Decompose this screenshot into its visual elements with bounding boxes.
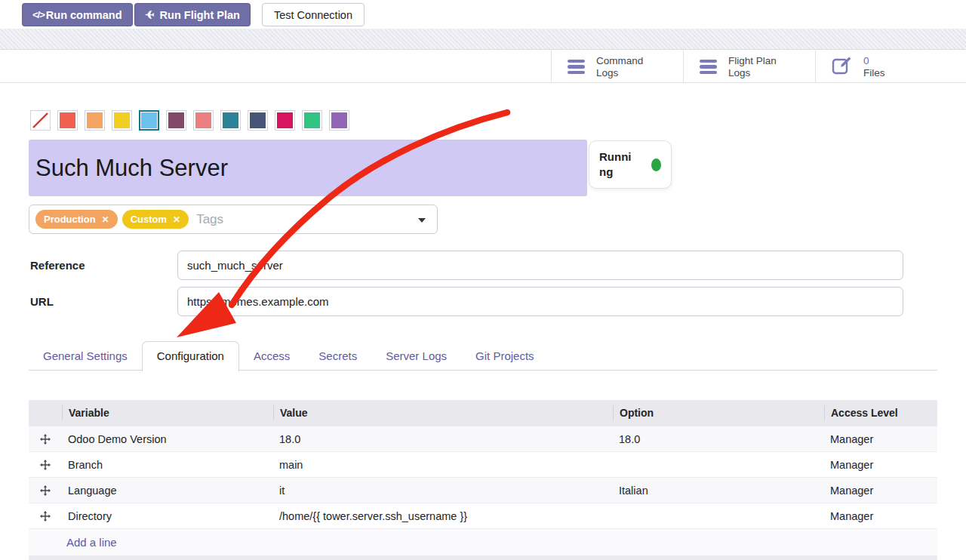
plane-icon: ✈ xyxy=(145,8,155,22)
next-row-strip xyxy=(29,555,937,560)
color-swatch[interactable] xyxy=(57,110,78,131)
color-swatch[interactable] xyxy=(166,110,186,131)
remove-tag-icon[interactable]: ✕ xyxy=(102,214,109,225)
stat-label-line1: Command xyxy=(596,55,643,67)
texture-divider xyxy=(0,29,966,50)
cell-variable[interactable]: Language xyxy=(62,485,273,497)
tab-secrets[interactable]: Secrets xyxy=(304,341,371,371)
run-command-label: Run command xyxy=(46,9,122,21)
files-stat-button[interactable]: 0 Files xyxy=(816,51,966,83)
table-header: Variable Value Option Access Level xyxy=(29,400,937,426)
tag-label: Production xyxy=(44,214,96,225)
reference-label: Reference xyxy=(30,251,85,280)
table-row[interactable]: Odoo Demo Version 18.0 18.0 Manager xyxy=(29,426,937,451)
handle-column-header xyxy=(29,405,62,420)
cell-access-level[interactable]: Manager xyxy=(824,485,937,497)
tab-server-logs[interactable]: Server Logs xyxy=(371,341,461,371)
cell-access-level[interactable]: Manager xyxy=(824,433,937,445)
color-swatch[interactable] xyxy=(193,110,214,131)
drag-handle-icon[interactable] xyxy=(29,511,62,522)
code-icon: </> xyxy=(32,9,45,20)
color-swatch-none[interactable] xyxy=(30,110,51,131)
tag-production[interactable]: Production ✕ xyxy=(35,210,118,229)
color-swatch[interactable] xyxy=(248,110,268,131)
cell-variable[interactable]: Branch xyxy=(62,459,273,471)
tab-configuration[interactable]: Configuration xyxy=(142,341,239,371)
column-header-option[interactable]: Option xyxy=(613,405,824,420)
table-row[interactable]: Branch main Manager xyxy=(29,451,937,477)
cell-value[interactable]: /home/{{ tower.server.ssh_username }} xyxy=(273,510,613,522)
cell-variable[interactable]: Directory xyxy=(62,510,273,522)
tab-general-settings[interactable]: General Settings xyxy=(29,341,142,371)
stat-label-line1: Flight Plan xyxy=(728,55,777,67)
notebook-tabs: General Settings Configuration Access Se… xyxy=(29,341,937,371)
cell-access-level[interactable]: Manager xyxy=(824,459,937,471)
server-form-page: </> Run command ✈ Run Flight Plan Test C… xyxy=(0,0,966,560)
drag-handle-icon[interactable] xyxy=(29,460,62,470)
files-label: Files xyxy=(863,67,885,79)
url-input[interactable]: https://memes.example.com xyxy=(177,287,903,316)
tag-label: Custom xyxy=(131,214,167,225)
stat-label-line2: Logs xyxy=(596,67,643,79)
color-swatch-selected[interactable] xyxy=(139,110,159,131)
server-name-text: Such Much Server xyxy=(35,155,228,182)
server-name-field[interactable]: Such Much Server xyxy=(29,140,587,196)
color-swatch[interactable] xyxy=(329,110,349,131)
color-swatch[interactable] xyxy=(112,110,132,131)
drag-handle-icon[interactable] xyxy=(29,434,62,445)
cell-value[interactable]: it xyxy=(273,485,613,497)
run-command-button[interactable]: </> Run command xyxy=(22,3,133,26)
run-flight-plan-label: Run Flight Plan xyxy=(160,9,240,21)
list-icon xyxy=(700,60,717,75)
status-dot-icon xyxy=(651,158,661,171)
table-footer: Add a line xyxy=(29,528,937,555)
tags-field[interactable]: Production ✕ Custom ✕ Tags xyxy=(29,205,438,234)
url-label: URL xyxy=(30,287,54,316)
column-header-value[interactable]: Value xyxy=(273,405,613,420)
test-connection-button[interactable]: Test Connection xyxy=(262,3,365,26)
column-header-access-level[interactable]: Access Level xyxy=(824,405,937,420)
add-a-line-link[interactable]: Add a line xyxy=(66,536,117,549)
list-icon xyxy=(568,60,585,75)
tags-placeholder: Tags xyxy=(196,212,223,227)
sheet-header: Command Logs Flight Plan Logs xyxy=(0,51,966,83)
color-swatch[interactable] xyxy=(85,110,105,131)
tag-custom[interactable]: Custom ✕ xyxy=(122,210,189,229)
cell-variable[interactable]: Odoo Demo Version xyxy=(62,433,273,445)
cell-option[interactable]: 18.0 xyxy=(613,433,824,445)
drag-handle-icon[interactable] xyxy=(29,485,62,496)
command-logs-stat-button[interactable]: Command Logs xyxy=(552,51,684,83)
color-swatch[interactable] xyxy=(302,110,322,131)
stat-label-line2: Logs xyxy=(728,67,777,79)
server-status-widget[interactable]: Running xyxy=(589,140,672,189)
tab-git-projects[interactable]: Git Projects xyxy=(461,341,549,371)
color-picker xyxy=(30,110,349,131)
reference-input[interactable]: such_much_server xyxy=(177,251,903,280)
column-header-variable[interactable]: Variable xyxy=(62,405,273,420)
cell-value[interactable]: main xyxy=(273,459,613,471)
status-label: Running xyxy=(599,149,635,180)
color-swatch[interactable] xyxy=(275,110,295,131)
run-flight-plan-button[interactable]: ✈ Run Flight Plan xyxy=(134,3,251,26)
flight-plan-logs-stat-button[interactable]: Flight Plan Logs xyxy=(684,51,816,83)
tab-access[interactable]: Access xyxy=(239,341,304,371)
chevron-down-icon[interactable] xyxy=(418,218,426,226)
table-row[interactable]: Language it Italian Manager xyxy=(29,477,937,503)
table-row[interactable]: Directory /home/{{ tower.server.ssh_user… xyxy=(29,503,937,528)
color-swatch[interactable] xyxy=(220,110,241,131)
edit-icon xyxy=(832,55,852,78)
files-count: 0 xyxy=(863,55,885,67)
cell-option[interactable]: Italian xyxy=(613,485,824,497)
test-connection-label: Test Connection xyxy=(274,9,352,21)
variables-table: Variable Value Option Access Level Odoo … xyxy=(29,400,937,555)
remove-tag-icon[interactable]: ✕ xyxy=(173,214,180,225)
cell-value[interactable]: 18.0 xyxy=(273,433,613,445)
cell-access-level[interactable]: Manager xyxy=(824,510,937,522)
